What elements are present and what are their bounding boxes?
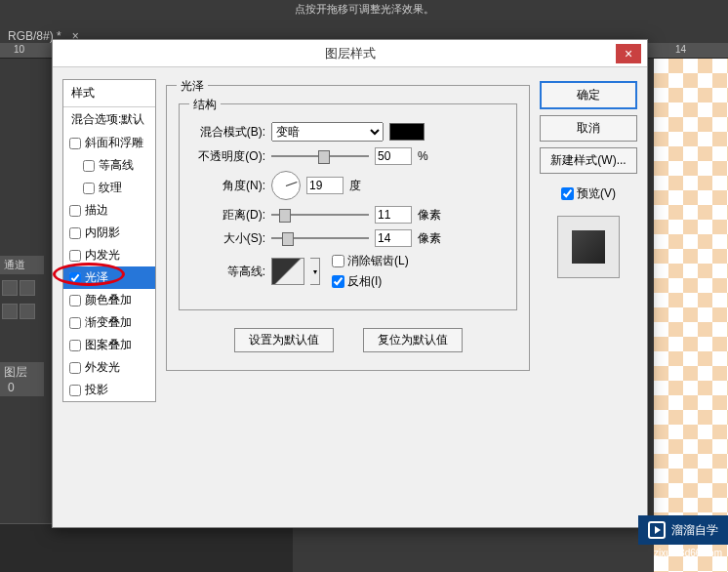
invert-checkbox-row[interactable]: 反相(I) [332, 273, 409, 290]
distance-input[interactable] [375, 206, 412, 224]
channels-panel-tab[interactable]: 通道 [0, 256, 44, 274]
ok-button[interactable]: 确定 [540, 81, 637, 109]
distance-row: 距离(D): 像素 [191, 206, 505, 224]
styles-column: 样式 混合选项:默认 斜面和浮雕 等高线 纹理 描边 内阴影 内发光 光泽 颜色… [62, 79, 156, 517]
drag-hint: 点按开拖移可调整光泽效果。 [0, 2, 728, 17]
style-checkbox[interactable] [69, 205, 81, 217]
size-input[interactable] [375, 229, 412, 247]
style-item-outer-glow[interactable]: 外发光 [63, 356, 155, 379]
cancel-button[interactable]: 取消 [540, 115, 637, 142]
style-checkbox[interactable] [69, 362, 81, 374]
ruler-mark: 14 [675, 44, 686, 55]
contour-row: 等高线: ▾ 消除锯齿(L) 反相(I) [191, 253, 505, 290]
opacity-unit: % [418, 149, 428, 163]
opacity-input[interactable] [375, 147, 412, 165]
style-checkbox[interactable] [69, 385, 81, 396]
blend-mode-select[interactable]: 变暗 [271, 122, 384, 142]
distance-slider[interactable] [271, 207, 369, 223]
layers-panel-tab[interactable]: 图层 0 [0, 362, 44, 396]
layer-style-dialog: 图层样式 × 样式 混合选项:默认 斜面和浮雕 等高线 纹理 描边 内阴影 内发… [52, 39, 648, 528]
style-item-texture[interactable]: 纹理 [63, 177, 155, 199]
style-checkbox[interactable] [69, 227, 81, 239]
watermark-text: 溜溜自学 [671, 522, 718, 539]
style-label: 内阴影 [85, 225, 120, 241]
make-default-button[interactable]: 设置为默认值 [234, 328, 334, 352]
style-checkbox[interactable] [83, 183, 95, 194]
style-item-pattern-overlay[interactable]: 图案叠加 [63, 334, 155, 356]
styles-list: 样式 混合选项:默认 斜面和浮雕 等高线 纹理 描边 内阴影 内发光 光泽 颜色… [62, 79, 156, 402]
size-label: 大小(S): [191, 230, 265, 247]
antialias-checkbox[interactable] [332, 255, 344, 267]
style-label: 纹理 [99, 180, 122, 196]
size-unit: 像素 [418, 230, 441, 247]
style-item-gradient-overlay[interactable]: 渐变叠加 [63, 311, 155, 334]
style-checkbox[interactable] [69, 295, 81, 306]
tool-icon[interactable] [2, 304, 18, 319]
dialog-titlebar[interactable]: 图层样式 × [53, 40, 647, 67]
play-icon [648, 521, 666, 539]
layers-label: 图层 [4, 365, 27, 379]
style-checkbox[interactable] [69, 250, 81, 262]
tool-icons [0, 300, 44, 323]
watermark: 溜溜自学 [638, 515, 728, 545]
preview-checkbox-row[interactable]: 预览(V) [540, 185, 637, 202]
style-checkbox[interactable] [69, 340, 81, 351]
blend-mode-label: 混合模式(B): [191, 124, 265, 141]
style-item-drop-shadow[interactable]: 投影 [63, 379, 155, 401]
reset-default-button[interactable]: 复位为默认值 [363, 328, 463, 352]
satin-group-title: 光泽 [177, 78, 208, 95]
opacity-slider[interactable] [271, 148, 369, 164]
style-checkbox[interactable] [69, 272, 81, 284]
structure-group-title: 结构 [189, 97, 221, 113]
style-label: 颜色叠加 [85, 292, 132, 308]
style-item-inner-glow[interactable]: 内发光 [63, 244, 155, 266]
antialias-checkbox-row[interactable]: 消除锯齿(L) [332, 253, 409, 269]
satin-group: 光泽 结构 混合模式(B): 变暗 不透明度(O): % [166, 85, 530, 371]
invert-checkbox[interactable] [332, 275, 344, 288]
style-item-contour[interactable]: 等高线 [63, 154, 155, 177]
style-checkbox[interactable] [83, 160, 95, 172]
contour-label: 等高线: [191, 264, 265, 280]
action-column: 确定 取消 新建样式(W)... 预览(V) [540, 79, 637, 517]
color-swatch[interactable] [389, 123, 425, 141]
new-style-button[interactable]: 新建样式(W)... [540, 147, 637, 174]
canvas-transparency [654, 59, 728, 572]
style-item-satin[interactable]: 光泽 [63, 266, 155, 289]
style-label: 投影 [85, 382, 108, 398]
contour-picker[interactable] [271, 258, 304, 285]
dialog-title-text: 图层样式 [325, 45, 376, 62]
style-checkbox[interactable] [69, 138, 81, 149]
size-row: 大小(S): 像素 [191, 229, 505, 247]
layer-number: 0 [8, 381, 15, 394]
style-item-bevel[interactable]: 斜面和浮雕 [63, 132, 155, 154]
angle-input[interactable] [306, 177, 344, 194]
blend-options-item[interactable]: 混合选项:默认 [63, 107, 155, 132]
angle-dial[interactable] [271, 171, 301, 200]
channel-icons [0, 276, 44, 300]
preview-swatch [572, 230, 605, 264]
style-item-color-overlay[interactable]: 颜色叠加 [63, 289, 155, 311]
preview-label: 预览(V) [577, 185, 616, 202]
style-label: 渐变叠加 [85, 314, 132, 331]
settings-column: 光泽 结构 混合模式(B): 变暗 不透明度(O): % [166, 79, 530, 517]
style-checkbox[interactable] [69, 317, 81, 329]
style-item-stroke[interactable]: 描边 [63, 199, 155, 222]
distance-unit: 像素 [418, 207, 441, 224]
size-slider[interactable] [271, 230, 369, 246]
style-item-inner-shadow[interactable]: 内阴影 [63, 222, 155, 244]
style-label: 描边 [85, 202, 108, 219]
channel-icon[interactable] [2, 280, 18, 296]
style-label: 外发光 [85, 359, 120, 376]
close-button[interactable]: × [616, 44, 641, 63]
default-buttons-row: 设置为默认值 复位为默认值 [179, 328, 517, 352]
tool-icon[interactable] [20, 304, 35, 319]
preview-checkbox[interactable] [561, 187, 574, 200]
style-label: 斜面和浮雕 [85, 135, 143, 151]
contour-dropdown-icon[interactable]: ▾ [310, 258, 320, 285]
opacity-row: 不透明度(O): % [191, 147, 505, 165]
styles-list-header: 样式 [63, 80, 155, 107]
side-panels: 通道 图层 0 [0, 254, 44, 508]
distance-label: 距离(D): [191, 207, 265, 224]
channel-icon[interactable] [20, 280, 35, 296]
angle-label: 角度(N): [191, 178, 265, 194]
